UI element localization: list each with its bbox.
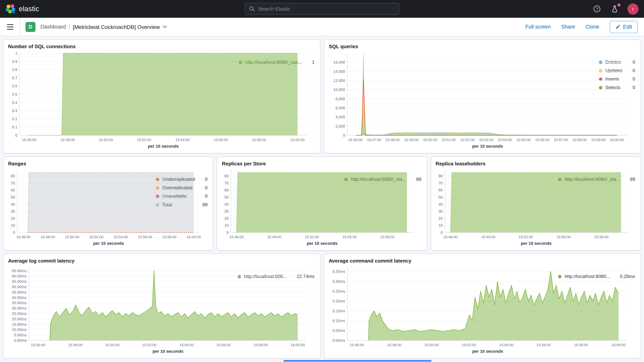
alerts-button[interactable] — [610, 4, 620, 14]
svg-text:15:48:00: 15:48:00 — [41, 235, 55, 239]
svg-text:16:00:00: 16:00:00 — [611, 343, 626, 347]
panel-sql-queries: SQL queries 02,0004,0006,0008,00010,0001… — [324, 39, 641, 154]
svg-text:15:56:00: 15:56:00 — [535, 138, 549, 142]
svg-text:15:54:00: 15:54:00 — [499, 343, 513, 347]
chart-canvas: 00.10.20.30.40.50.60.70.80.9115:46:0015:… — [8, 50, 311, 150]
svg-text:0.10ms: 0.10ms — [332, 319, 345, 323]
chart-sql-queries[interactable]: 02,0004,0006,0008,00010,00012,00014,0001… — [329, 50, 595, 150]
svg-text:15:50:00: 15:50:00 — [423, 138, 437, 142]
svg-text:16:00:00: 16:00:00 — [290, 138, 305, 142]
svg-text:15:50:00: 15:50:00 — [65, 235, 79, 239]
svg-text:0: 0 — [440, 230, 442, 234]
svg-text:70: 70 — [11, 181, 15, 185]
panel-replica-leaseholders: Replica leaseholders 0102030405060708015… — [430, 156, 641, 250]
panel-title: Number of SQL connections — [8, 44, 315, 49]
svg-text:15:49:00: 15:49:00 — [404, 138, 418, 142]
title-menu-button[interactable] — [163, 26, 167, 28]
svg-text:25.00ms: 25.00ms — [12, 312, 26, 316]
svg-text:15:46:00: 15:46:00 — [443, 235, 458, 239]
horizontal-scrollbar-thumb[interactable] — [284, 360, 432, 362]
svg-text:15:55:00: 15:55:00 — [556, 235, 570, 239]
logo-wordmark: elastic — [19, 5, 39, 13]
svg-text:40: 40 — [11, 202, 15, 206]
svg-text:15:49:00: 15:49:00 — [481, 235, 495, 239]
chart-replica-leaseholders[interactable]: 0102030405060708015:46:0015:49:0015:52:0… — [436, 167, 554, 247]
elastic-logo-icon — [6, 4, 16, 14]
svg-text:60: 60 — [11, 188, 15, 192]
svg-text:50: 50 — [11, 195, 15, 199]
svg-text:15:52:00: 15:52:00 — [137, 138, 151, 142]
search-input[interactable] — [258, 6, 395, 12]
svg-text:15:58:00: 15:58:00 — [252, 138, 266, 142]
avatar[interactable]: r — [628, 3, 638, 14]
svg-text:50: 50 — [224, 195, 229, 199]
svg-text:15:59:00: 15:59:00 — [591, 138, 605, 142]
svg-text:65.00ms: 65.00ms — [12, 269, 26, 273]
elastic-logo[interactable]: elastic — [6, 4, 39, 14]
svg-text:16:00:00: 16:00:00 — [187, 235, 201, 239]
svg-text:15:52:00: 15:52:00 — [305, 235, 319, 239]
svg-text:80: 80 — [438, 174, 442, 178]
svg-text:15:52:00: 15:52:00 — [460, 138, 474, 142]
panel-avg-log-commit-latency: Average log commit latency 0.00ms5.00ms1… — [3, 254, 320, 358]
svg-text:15:46:00: 15:46:00 — [230, 235, 244, 239]
chart-avg-log-commit-latency[interactable]: 0.00ms5.00ms10.00ms15.00ms20.00ms25.00ms… — [8, 264, 234, 355]
chart-canvas: 02,0004,0006,0008,00010,00012,00014,0001… — [329, 50, 632, 150]
menu-button[interactable] — [6, 22, 14, 31]
svg-text:15:58:00: 15:58:00 — [574, 343, 588, 347]
space-badge[interactable]: D — [26, 22, 36, 32]
edit-button-label: Edit — [623, 24, 632, 30]
svg-text:0.20ms: 0.20ms — [332, 299, 345, 303]
svg-text:15.00ms: 15.00ms — [12, 322, 26, 326]
chart-replicas-per-store[interactable]: 0102030405060708015:46:0015:49:0015:52:0… — [222, 167, 340, 247]
svg-text:0.1: 0.1 — [12, 125, 17, 129]
svg-text:16:00:00: 16:00:00 — [290, 343, 305, 347]
lab-flask-icon — [611, 5, 618, 13]
svg-text:0.00ms: 0.00ms — [332, 338, 345, 342]
svg-text:0.05ms: 0.05ms — [332, 328, 345, 333]
svg-text:15:46:00: 15:46:00 — [348, 138, 362, 142]
svg-text:0: 0 — [13, 230, 15, 234]
svg-text:15:46:00: 15:46:00 — [350, 343, 364, 347]
search-icon — [249, 6, 255, 12]
panel-title: Average command commit latency — [329, 258, 636, 264]
clone-button[interactable]: Clone — [586, 24, 599, 30]
share-button[interactable]: Share — [561, 24, 575, 30]
svg-text:15:52:00: 15:52:00 — [518, 235, 533, 239]
svg-text:per 10 seconds: per 10 seconds — [520, 241, 552, 246]
svg-text:0.5: 0.5 — [12, 92, 17, 96]
full-screen-button[interactable]: Full screen — [526, 24, 551, 30]
svg-text:0.4: 0.4 — [12, 100, 17, 105]
svg-text:15:52:00: 15:52:00 — [462, 343, 476, 347]
chart-ranges[interactable]: 0102030405060708015:46:0015:48:0015:50:0… — [8, 167, 152, 247]
svg-text:20.00ms: 20.00ms — [12, 317, 26, 321]
edit-button[interactable]: Edit — [610, 21, 638, 33]
svg-text:15:49:00: 15:49:00 — [267, 235, 282, 239]
chevron-down-icon — [163, 26, 167, 28]
svg-text:10: 10 — [438, 223, 442, 228]
svg-text:8,000: 8,000 — [335, 97, 345, 101]
svg-text:per 10 seconds: per 10 seconds — [148, 144, 179, 148]
svg-text:?: ? — [596, 6, 598, 11]
svg-text:15:54:00: 15:54:00 — [180, 343, 194, 347]
svg-text:15:58:00: 15:58:00 — [162, 235, 176, 239]
breadcrumb-dashboard-link[interactable]: Dashboard — [40, 24, 66, 30]
panel-ranges: Ranges 0102030405060708015:46:0015:48:00… — [3, 156, 214, 250]
svg-text:15:53:00: 15:53:00 — [479, 138, 493, 142]
chart-sql-connections[interactable]: 00.10.20.30.40.50.60.70.80.9115:46:0015:… — [8, 50, 235, 150]
svg-text:0.6: 0.6 — [12, 84, 17, 88]
svg-text:45.00ms: 45.00ms — [12, 290, 26, 294]
svg-text:16,000: 16,000 — [333, 60, 345, 64]
breadcrumb-bar: D Dashboard / [Metricbeat CockroachDB] O… — [0, 18, 644, 36]
help-button[interactable]: ? — [592, 4, 602, 14]
pencil-icon — [615, 24, 620, 29]
svg-text:15:48:00: 15:48:00 — [68, 343, 82, 347]
svg-text:15:58:00: 15:58:00 — [253, 343, 268, 347]
chart-avg-command-commit-latency[interactable]: 0.00ms0.05ms0.10ms0.15ms0.20ms0.25ms0.30… — [329, 264, 554, 355]
svg-text:10: 10 — [224, 223, 229, 228]
svg-text:12,000: 12,000 — [333, 78, 345, 83]
svg-text:80: 80 — [224, 174, 229, 178]
svg-text:0.3: 0.3 — [12, 108, 17, 113]
panel-replicas-per-store: Replicas per Store 0102030405060708015:4… — [217, 156, 427, 250]
global-search[interactable] — [245, 3, 399, 15]
